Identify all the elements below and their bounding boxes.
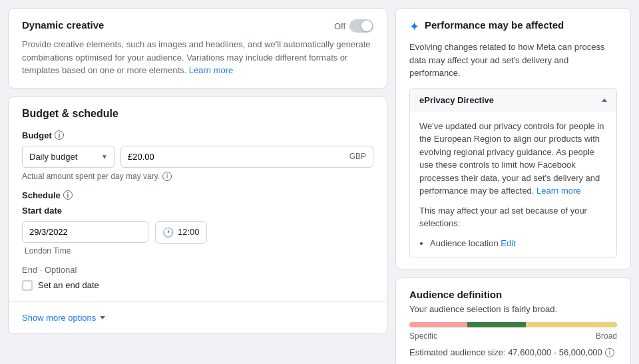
eprivacy-affect-list: Audience location Edit — [419, 237, 607, 250]
performance-header: ✦ Performance may be affected — [409, 19, 617, 34]
toggle-area[interactable]: Off — [334, 19, 373, 33]
budget-hint-text: Actual amount spent per day may vary. i — [22, 172, 373, 181]
eprivacy-collapse-icon — [602, 98, 607, 102]
dynamic-creative-toggle[interactable] — [349, 19, 373, 33]
audience-size-info-icon[interactable]: i — [605, 348, 614, 357]
audience-description: Your audience selection is fairly broad. — [409, 304, 617, 314]
budget-row: Daily budget ▼ GBP — [22, 146, 373, 168]
dynamic-creative-title: Dynamic creative — [22, 19, 104, 31]
clock-icon: 🕐 — [162, 227, 174, 238]
budget-input-wrap: GBP — [120, 146, 373, 168]
bar-label-broad: Broad — [596, 331, 617, 341]
schedule-section: Schedule i Start date 🕐 12:00 London Tim… — [22, 190, 373, 256]
eprivacy-title: ePrivacy Directive — [419, 95, 494, 105]
start-time-value: 12:00 — [178, 227, 200, 237]
performance-icon: ✦ — [409, 19, 419, 34]
dynamic-creative-learn-more-link[interactable]: Learn more — [189, 65, 233, 75]
end-section: End · Optional Set an end date — [22, 265, 373, 291]
schedule-field-label: Schedule i — [22, 190, 373, 200]
performance-card: ✦ Performance may be affected Evolving c… — [395, 8, 631, 270]
audience-definition-card: Audience definition Your audience select… — [395, 277, 631, 364]
dynamic-creative-header: Dynamic creative Off — [22, 19, 373, 33]
hint-info-icon[interactable]: i — [162, 172, 172, 181]
section-divider — [9, 301, 387, 302]
audience-definition-title: Audience definition — [409, 289, 617, 300]
eprivacy-body: We've updated our privacy controls for p… — [410, 112, 616, 258]
performance-description: Evolving changes related to how Meta can… — [409, 41, 617, 80]
eprivacy-body-text1: We've updated our privacy controls for p… — [419, 120, 607, 198]
eprivacy-body-text2: This may affect your ad set because of y… — [419, 204, 607, 230]
performance-title: Performance may be affected — [425, 19, 564, 31]
eprivacy-learn-more-link[interactable]: Learn more — [536, 186, 580, 196]
eprivacy-header[interactable]: ePrivacy Directive — [410, 89, 616, 112]
audience-location-edit-link[interactable]: Edit — [501, 238, 515, 248]
dynamic-creative-description: Provide creative elements, such as image… — [22, 38, 373, 77]
bar-label-specific: Specific — [409, 331, 437, 341]
bar-specific-segment — [409, 322, 467, 327]
estimated-audience-size: Estimated audience size: 47,600,000 - 56… — [409, 347, 617, 357]
budget-schedule-title: Budget & schedule — [22, 108, 373, 120]
budget-select-chevron-icon: ▼ — [101, 153, 108, 160]
toggle-label: Off — [334, 21, 345, 31]
budget-type-label: Daily budget — [29, 152, 77, 162]
start-date-label: Start date — [22, 206, 373, 216]
list-item: Audience location Edit — [430, 237, 607, 250]
currency-label: GBP — [349, 152, 366, 161]
end-date-checkbox-label: Set an end date — [38, 280, 99, 290]
eprivacy-section: ePrivacy Directive We've updated our pri… — [409, 88, 617, 259]
show-more-options-button[interactable]: Show more options — [22, 313, 373, 323]
bar-broad-segment — [526, 322, 617, 327]
end-label: End · Optional — [22, 265, 373, 275]
end-date-checkbox-row: Set an end date — [22, 280, 373, 291]
bar-labels: Specific Broad — [409, 331, 617, 341]
dynamic-creative-card: Dynamic creative Off Provide creative el… — [8, 8, 387, 89]
budget-schedule-card: Budget & schedule Budget i Daily budget … — [8, 96, 387, 334]
budget-info-icon[interactable]: i — [55, 130, 64, 140]
show-more-chevron-icon — [100, 316, 105, 319]
audience-spectrum-bar — [409, 322, 617, 327]
budget-type-select[interactable]: Daily budget ▼ — [22, 146, 115, 168]
budget-amount-input[interactable] — [128, 146, 349, 167]
budget-field-label: Budget i — [22, 130, 373, 140]
london-time-label: London Time — [25, 246, 373, 256]
end-date-checkbox[interactable] — [22, 280, 33, 291]
schedule-info-icon[interactable]: i — [63, 190, 73, 200]
start-date-row: 🕐 12:00 — [22, 221, 373, 244]
start-date-input[interactable] — [22, 221, 148, 243]
bar-middle-segment — [467, 322, 525, 327]
start-time-picker[interactable]: 🕐 12:00 — [155, 221, 207, 244]
